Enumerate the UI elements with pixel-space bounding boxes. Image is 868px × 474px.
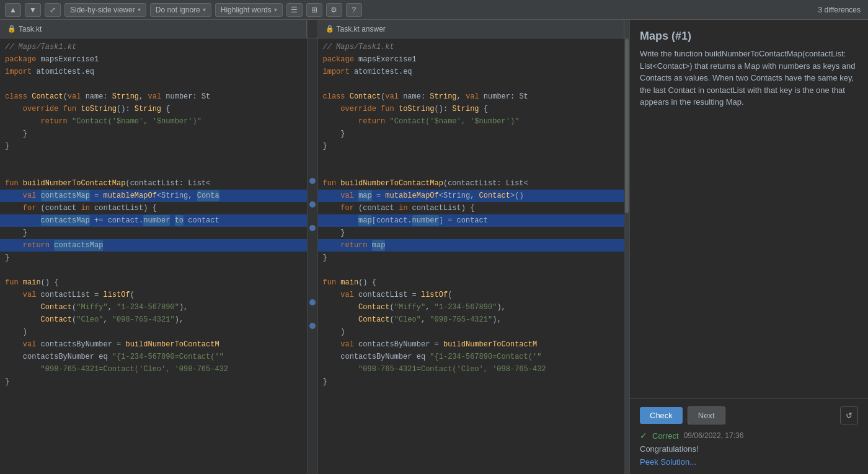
sidebar-bottom: Check Next ↺ ✓ Correct 09/06/2022, 17:36… [630, 398, 868, 474]
code-line: override fun toString(): String { [0, 103, 307, 115]
code-line: Contact("Cleo", "098-765-4321"), [0, 314, 307, 326]
viewer-selector[interactable]: Side-by-side viewer ▾ [64, 3, 146, 17]
next-button[interactable]: Next [688, 406, 725, 424]
scroll-header-spacer [624, 20, 629, 38]
code-line: ) [0, 326, 307, 338]
correct-icon: ✓ [640, 431, 647, 441]
code-line: contactsByNumber eq "{1-234-567890=Conta… [0, 351, 307, 363]
code-line: // Maps/Task1.kt [318, 41, 625, 53]
viewer-chevron-icon: ▾ [138, 6, 141, 13]
main-area: 🔒 Task.kt 🔒 Task.kt answer // Maps/Task1… [0, 20, 868, 474]
code-line: return "Contact('$name', '$number')" [318, 115, 625, 128]
code-line: "098-765-4321=Contact('Cleo', '098-765-4… [318, 363, 625, 375]
gutter-header [307, 20, 318, 38]
code-line [0, 152, 307, 165]
code-line: } [318, 375, 625, 388]
code-line: } [0, 252, 307, 264]
code-line: contactsByNumber eq "{1-234-567890=Conta… [318, 351, 625, 363]
code-line: // Maps/Task1.kt [0, 41, 307, 53]
code-line [318, 264, 625, 276]
code-line: Contact("Miffy", "1-234-567890"), [0, 301, 307, 314]
columns-icon-button[interactable]: ⊞ [306, 3, 322, 17]
nav-prev-button[interactable]: ▲ [5, 3, 21, 17]
code-line: } [0, 227, 307, 239]
help-icon-button[interactable]: ? [346, 3, 362, 17]
code-line: fun main() { [318, 276, 625, 289]
nav-expand-button[interactable]: ⤢ [45, 3, 61, 17]
code-line-diff-right: map[contact.number] = contact [318, 214, 625, 227]
gutter-marker-5 [309, 323, 316, 329]
sidebar: Maps (#1) Write the function buildNumber… [629, 20, 868, 474]
sidebar-description: Write the function buildNumberToContactM… [630, 48, 868, 118]
file-name-right: Task.kt answer [337, 25, 386, 33]
code-line: package mapsExercise1 [318, 53, 625, 66]
code-line: fun buildNumberToContactMap(contactList:… [0, 177, 307, 190]
code-line: } [318, 227, 625, 239]
code-line: fun buildNumberToContactMap(contactList:… [318, 177, 625, 190]
file-header-left: 🔒 Task.kt [0, 20, 307, 38]
code-line-diff-right: val map = mutableMapOf<String, Contact>(… [318, 190, 625, 202]
viewer-label: Side-by-side viewer [70, 6, 135, 14]
check-button[interactable]: Check [640, 407, 683, 424]
code-line-diff: contactsMap += contact.number to contact [0, 214, 307, 227]
code-line: for (contact in contactList) { [318, 202, 625, 214]
scroll-thumb[interactable] [625, 39, 629, 213]
vertical-scrollbar[interactable] [624, 38, 629, 474]
code-area[interactable]: // Maps/Task1.kt package mapsExercise1 i… [0, 38, 629, 474]
code-pane-right[interactable]: // Maps/Task1.kt package mapsExercise1 i… [318, 38, 625, 474]
code-line: val contactsByNumber = buildNumberToCont… [0, 338, 307, 351]
gutter-marker-3 [309, 225, 316, 231]
code-line-diff-right: return map [318, 239, 625, 252]
highlight-label: Highlight words [221, 6, 272, 14]
peek-solution-link[interactable]: Peek Solution... [640, 457, 696, 467]
sidebar-title: Maps (#1) [630, 20, 868, 48]
nav-next-button[interactable]: ▼ [25, 3, 41, 17]
gutter-marker-4 [309, 299, 316, 305]
file-header-right: 🔒 Task.kt answer [318, 20, 625, 38]
code-line: for (contact in contactList) { [0, 202, 307, 214]
congrats-text: Congratulations! [640, 444, 858, 454]
code-line: "098-765-4321=Contact('Cleo', '098-765-4… [0, 363, 307, 375]
gutter-marker-2 [309, 201, 316, 208]
code-line: return "Contact('$name', '$number')" [0, 115, 307, 128]
code-line [318, 78, 625, 90]
file-name-left: Task.kt [19, 25, 42, 33]
reset-icon: ↺ [846, 411, 852, 420]
filter-icon-button[interactable]: ☰ [286, 3, 303, 17]
reset-button[interactable]: ↺ [840, 406, 858, 424]
sidebar-actions: Check Next ↺ [640, 406, 858, 424]
correct-row: ✓ Correct 09/06/2022, 17:36 [640, 431, 858, 441]
code-line: } [0, 140, 307, 152]
code-line: } [0, 375, 307, 388]
ignore-selector[interactable]: Do not ignore ▾ [150, 3, 211, 17]
lock-icon-left: 🔒 [7, 25, 16, 33]
code-line: val contactList = listOf( [318, 289, 625, 301]
code-line [0, 165, 307, 177]
correct-text: Correct [652, 431, 679, 441]
settings-icon-button[interactable]: ⚙ [326, 3, 342, 17]
code-line: val contactsByNumber = buildNumberToCont… [318, 338, 625, 351]
ignore-label: Do not ignore [156, 6, 200, 14]
code-line: } [318, 128, 625, 140]
file-headers: 🔒 Task.kt 🔒 Task.kt answer [0, 20, 629, 38]
correct-date: 09/06/2022, 17:36 [684, 431, 744, 440]
code-line: } [318, 252, 625, 264]
code-line: Contact("Miffy", "1-234-567890"), [318, 301, 625, 314]
ignore-chevron-icon: ▾ [203, 6, 206, 13]
code-line: import atomictest.eq [0, 66, 307, 78]
highlight-chevron-icon: ▾ [274, 6, 277, 13]
code-line: class Contact(val name: String, val numb… [318, 90, 625, 103]
code-line: package mapsExercise1 [0, 53, 307, 66]
code-line [0, 78, 307, 90]
toolbar: ▲ ▼ ⤢ Side-by-side viewer ▾ Do not ignor… [0, 0, 868, 20]
code-line [318, 165, 625, 177]
code-line: Contact("Cleo", "098-765-4321"), [318, 314, 625, 326]
code-line [318, 152, 625, 165]
code-line-diff: return contactsMap [0, 239, 307, 252]
gutter [307, 38, 318, 474]
code-line: ) [318, 326, 625, 338]
diff-panel: 🔒 Task.kt 🔒 Task.kt answer // Maps/Task1… [0, 20, 629, 474]
code-pane-left[interactable]: // Maps/Task1.kt package mapsExercise1 i… [0, 38, 307, 474]
highlight-selector[interactable]: Highlight words ▾ [215, 3, 283, 17]
code-line: } [318, 140, 625, 152]
